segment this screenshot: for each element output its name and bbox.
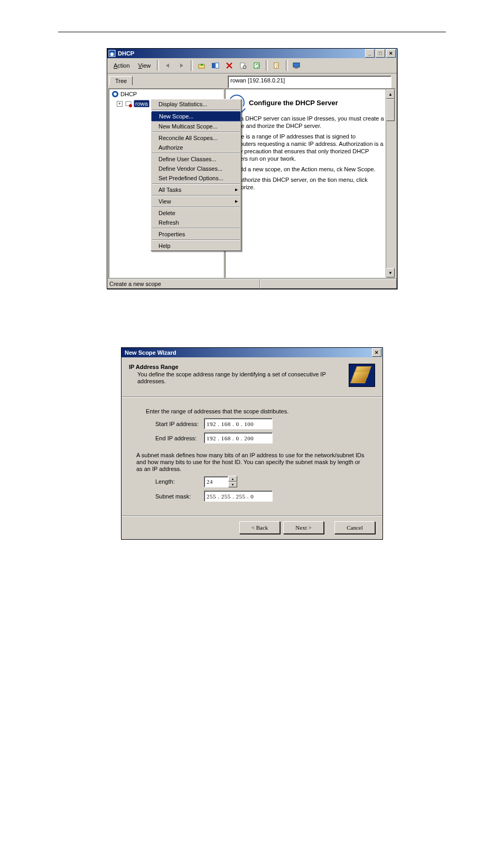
dhcp-window: ◉ DHCP _ □ ✕ Action View ?: [107, 48, 397, 289]
svg-point-13: [114, 93, 117, 96]
wizard-header-desc: You define the scope address range by id…: [129, 371, 349, 385]
maximize-button[interactable]: □: [376, 49, 385, 58]
wizard-close-button[interactable]: ✕: [372, 348, 381, 357]
breadcrumb-box: rowan [192.168.0.21]: [228, 76, 391, 88]
minimize-button[interactable]: _: [365, 49, 375, 58]
subnet-explain: A subnet mask defines how many bits of a…: [136, 452, 367, 473]
status-text: Create a new scope: [107, 279, 260, 289]
computer-icon-button[interactable]: [291, 60, 303, 71]
content-pane: i Configure the DHCP Server fore a DHCP …: [225, 88, 396, 279]
scroll-thumb[interactable]: [386, 99, 395, 121]
expand-icon[interactable]: +: [117, 101, 123, 107]
dhcp-titlebar[interactable]: ◉ DHCP _ □ ✕: [107, 49, 397, 58]
svg-point-6: [243, 66, 246, 69]
mask-input[interactable]: 255 . 255 . 255 . 0: [204, 491, 273, 502]
vertical-scrollbar[interactable]: ▲ ▼: [386, 89, 395, 278]
ctx-display-statistics[interactable]: Display Statistics...: [151, 99, 241, 109]
end-ip-label: End IP address:: [155, 435, 204, 441]
up-folder-button[interactable]: [195, 60, 208, 71]
menu-view[interactable]: View: [134, 61, 155, 70]
ctx-new-scope[interactable]: New Scope...: [151, 111, 241, 122]
wizard-titlebar[interactable]: New Scope Wizard ✕: [122, 348, 382, 357]
menu-toolbar: Action View ?: [107, 58, 397, 73]
new-scope-wizard: New Scope Wizard ✕ IP Address Range You …: [121, 347, 383, 540]
wizard-header: IP Address Range You define the scope ad…: [122, 357, 382, 397]
svg-rect-4: [216, 63, 219, 68]
cancel-button[interactable]: Cancel: [334, 521, 375, 534]
status-bar: Create a new scope: [107, 279, 397, 289]
ctx-authorize[interactable]: Authorize: [151, 143, 241, 152]
nav-back-button[interactable]: [162, 60, 174, 71]
properties-button[interactable]: [237, 60, 249, 71]
dhcp-root-icon: [111, 90, 119, 98]
wizard-icon: [349, 364, 375, 387]
ctx-all-tasks[interactable]: All Tasks: [151, 185, 241, 195]
svg-rect-10: [293, 63, 300, 67]
svg-point-15: [129, 104, 132, 107]
content-paragraph-2: scope is a range of IP addresses that is…: [229, 133, 384, 162]
length-label: Length:: [155, 478, 204, 485]
length-up-button[interactable]: ▲: [228, 476, 237, 482]
content-paragraph-1: fore a DHCP server can issue IP dresses,…: [229, 115, 384, 130]
tree-tab[interactable]: Tree: [109, 76, 133, 85]
content-heading: Configure the DHCP Server: [249, 99, 338, 107]
app-icon: ◉: [108, 50, 116, 57]
context-menu: Display Statistics... New Scope... New M…: [151, 99, 241, 251]
delete-button[interactable]: [223, 60, 236, 71]
status-empty: [260, 279, 397, 289]
help-button[interactable]: ?: [270, 60, 283, 71]
tree-root[interactable]: DHCP: [109, 89, 223, 99]
content-paragraph-3: To add a new scope, on the Action menu, …: [229, 165, 384, 173]
svg-text:◉: ◉: [110, 51, 114, 57]
ctx-view[interactable]: View: [151, 197, 241, 206]
start-ip-label: Start IP address:: [155, 421, 204, 427]
refresh-button[interactable]: [250, 60, 263, 71]
next-button[interactable]: Next >: [283, 521, 324, 534]
tree-pane[interactable]: DHCP + rowa Display Statistics... New Sc…: [108, 88, 225, 279]
show-hide-tree-button[interactable]: [209, 60, 222, 71]
ctx-new-multicast[interactable]: New Multicast Scope...: [151, 122, 241, 131]
ctx-predefined-options[interactable]: Set Predefined Options...: [151, 173, 241, 183]
wizard-footer: < Back Next > Cancel: [122, 515, 382, 539]
mask-label: Subnet mask:: [155, 493, 204, 500]
svg-rect-3: [212, 63, 215, 68]
server-icon: [125, 100, 132, 107]
menu-action[interactable]: Action: [109, 61, 134, 70]
ctx-reconcile[interactable]: Reconcile All Scopes...: [151, 133, 241, 143]
tree-selected-label: rowa: [134, 100, 150, 107]
svg-text:?: ?: [275, 63, 278, 69]
length-input[interactable]: 24: [204, 476, 228, 487]
back-button[interactable]: < Back: [239, 521, 280, 534]
content-paragraph-4: To authorize this DHCP server, on the ti…: [229, 176, 384, 191]
ctx-properties[interactable]: Properties: [151, 229, 241, 239]
scroll-down-button[interactable]: ▼: [386, 268, 395, 278]
start-ip-input[interactable]: 192 . 168 . 0 . 100: [204, 418, 273, 429]
wizard-title: New Scope Wizard: [123, 349, 371, 356]
scroll-up-button[interactable]: ▲: [386, 89, 395, 99]
ctx-refresh[interactable]: Refresh: [151, 218, 241, 227]
svg-rect-11: [295, 68, 298, 69]
ctx-vendor-classes[interactable]: Define Vendor Classes...: [151, 164, 241, 173]
close-button[interactable]: ✕: [386, 49, 396, 58]
ctx-user-classes[interactable]: Define User Classes...: [151, 154, 241, 164]
length-down-button[interactable]: ▼: [228, 482, 237, 487]
ctx-delete[interactable]: Delete: [151, 208, 241, 218]
window-title: DHCP: [118, 50, 364, 57]
end-ip-input[interactable]: 192 . 168 . 0 . 200: [204, 432, 273, 444]
length-stepper[interactable]: 24 ▲ ▼: [204, 476, 237, 487]
wizard-header-title: IP Address Range: [129, 364, 349, 370]
wizard-intro: Enter the range of addresses that the sc…: [146, 408, 367, 415]
nav-forward-button[interactable]: [175, 60, 188, 71]
ctx-help[interactable]: Help: [151, 241, 241, 251]
wizard-body: Enter the range of addresses that the sc…: [122, 397, 382, 515]
